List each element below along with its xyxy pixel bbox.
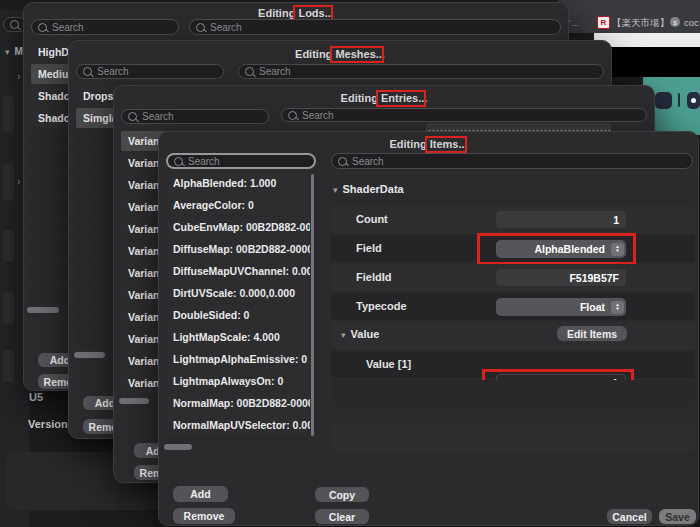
dialog-editing-items: Editing Items... Search Search AlphaBlen…: [158, 131, 699, 526]
title-prefix: Editing: [295, 48, 335, 60]
shaderdata-section-header[interactable]: ▾ShaderData: [333, 183, 404, 195]
chevron-right-icon[interactable]: ›: [17, 70, 21, 82]
property-row-empty: [331, 380, 695, 407]
game-button-left[interactable]: [655, 92, 672, 109]
horizontal-scrollbar[interactable]: [119, 398, 149, 404]
title-suffix: ..: [421, 92, 427, 104]
fieldid-label: FieldId: [356, 271, 391, 283]
title-prefix: Editing: [389, 138, 429, 150]
items-left-search-input[interactable]: Search: [166, 153, 316, 169]
entries-left-search-input[interactable]: Search: [121, 109, 269, 124]
dialog-title: Editing Items...: [159, 138, 698, 150]
fieldid-field[interactable]: F519B57F: [496, 269, 626, 286]
field-label: Field: [356, 242, 382, 254]
stepper-icon: ▲▼: [611, 243, 624, 256]
game-button-glyph: [691, 98, 696, 103]
count-field[interactable]: 1: [496, 211, 626, 228]
search-placeholder: Search: [210, 22, 242, 33]
search-icon: [288, 111, 297, 120]
game-button-separator: [678, 93, 680, 107]
background-row-fragment: [3, 230, 14, 262]
list-item[interactable]: DiffuseMapUVChannel: 0.000: [166, 261, 310, 281]
items-right-search-input[interactable]: Search: [331, 153, 693, 169]
section-label: ShaderData: [343, 183, 404, 195]
search-icon: [38, 23, 47, 32]
meshes-right-search-input[interactable]: Search: [238, 64, 604, 79]
items-property-list: AlphaBlended: 1.000 AverageColor: 0 Cube…: [166, 173, 310, 437]
value-section-header[interactable]: ▾Value: [341, 328, 379, 340]
title-suffix: ..: [462, 138, 468, 150]
add-button[interactable]: Add: [173, 486, 228, 502]
chevron-down-icon: ▾: [341, 330, 346, 340]
stepper-icon: ▲▼: [611, 301, 624, 314]
title-annotated-word: Items.: [430, 138, 462, 150]
horizontal-scrollbar[interactable]: [74, 352, 105, 358]
dialog-title: Editing Entries...: [114, 92, 654, 104]
horizontal-scrollbar[interactable]: [27, 307, 59, 313]
property-row-empty: [331, 424, 695, 451]
meshes-left-search-input[interactable]: Search: [76, 64, 224, 79]
search-icon: [83, 67, 92, 76]
background-tree-item[interactable]: ▾M: [5, 46, 23, 57]
title-suffix: ..: [379, 48, 385, 60]
title-annotated-word: Entries.: [381, 92, 421, 104]
clear-button[interactable]: Clear: [315, 509, 369, 524]
chevron-right-icon[interactable]: ›: [17, 175, 21, 187]
list-item[interactable]: NormalMap: 00B2D882-000000: [166, 393, 310, 413]
horizontal-scrollbar[interactable]: [164, 444, 192, 450]
entries-right-search-input[interactable]: Search: [281, 108, 647, 122]
list-item[interactable]: AverageColor: 0: [166, 195, 310, 215]
background-row-fragment: [3, 95, 14, 133]
browser-tab-coc[interactable]: coc: [684, 17, 699, 28]
globe-icon: s: [670, 17, 680, 27]
dialog-title: Editing Lods...: [24, 7, 568, 19]
game-button-right[interactable]: [687, 92, 700, 109]
search-placeholder: Search: [142, 111, 174, 122]
search-icon: [338, 157, 347, 166]
screen: ア... R 【楽天市場】 s coc S ▾M › › U5 Version …: [0, 0, 700, 527]
list-item[interactable]: LightmapAlphaEmissive: 0: [166, 349, 310, 369]
background-row-fragment: [3, 163, 14, 201]
list-item[interactable]: DoubleSided: 0: [166, 305, 310, 325]
u5-label: U5: [29, 391, 43, 403]
search-icon: [174, 157, 183, 166]
section-label: Value: [351, 328, 380, 340]
lods-right-search-input[interactable]: Search: [189, 19, 561, 35]
list-item[interactable]: CubeEnvMap: 00B2D882-00000: [166, 217, 310, 237]
dialog-title: Editing Meshes...: [69, 48, 611, 60]
search-icon: [128, 112, 137, 121]
field-dropdown[interactable]: AlphaBlended ▲▼: [496, 240, 626, 258]
search-placeholder: Search: [302, 110, 334, 121]
search-icon: [245, 67, 254, 76]
chevron-down-icon: ▾: [5, 47, 10, 57]
list-item[interactable]: NormalMapUVSelector: 0.000,0.: [166, 415, 310, 435]
edit-items-button[interactable]: Edit Items: [557, 326, 627, 341]
lods-left-search-input[interactable]: Search: [31, 19, 179, 35]
list-item[interactable]: LightMapScale: 4.000: [166, 327, 310, 347]
chevron-down-icon: ▾: [333, 185, 338, 195]
cancel-button[interactable]: Cancel: [607, 509, 652, 524]
vertical-scrollbar[interactable]: [311, 174, 314, 436]
list-item[interactable]: DirtUVScale: 0.000,0.000: [166, 283, 310, 303]
save-button[interactable]: Save: [659, 509, 696, 524]
rakuten-favicon: R: [597, 16, 610, 29]
title-prefix: Editing: [341, 92, 381, 104]
list-item[interactable]: LightmapAlwaysOn: 0: [166, 371, 310, 391]
search-placeholder: Search: [52, 22, 84, 33]
list-item[interactable]: DiffuseMap: 00B2D882-000000: [166, 239, 310, 259]
background-row-fragment: [3, 292, 14, 324]
title-annotated-word: Lods.: [298, 7, 327, 19]
search-placeholder: Search: [97, 66, 129, 77]
copy-button[interactable]: Copy: [315, 487, 369, 502]
title-suffix: ..: [328, 7, 334, 19]
browser-tab-rakuten[interactable]: 【楽天市場】: [612, 17, 669, 30]
browser-dark-band: [597, 47, 700, 77]
value1-label: Value [1]: [366, 358, 411, 370]
list-item[interactable]: AlphaBlended: 1.000: [166, 173, 310, 193]
search-placeholder: Search: [259, 66, 291, 77]
title-annotated-word: Meshes.: [335, 48, 378, 60]
search-placeholder: Search: [352, 156, 384, 167]
field-dropdown-value: AlphaBlended: [534, 243, 605, 255]
remove-button[interactable]: Remove: [173, 508, 235, 524]
typecode-dropdown[interactable]: Float ▲▼: [496, 298, 626, 316]
